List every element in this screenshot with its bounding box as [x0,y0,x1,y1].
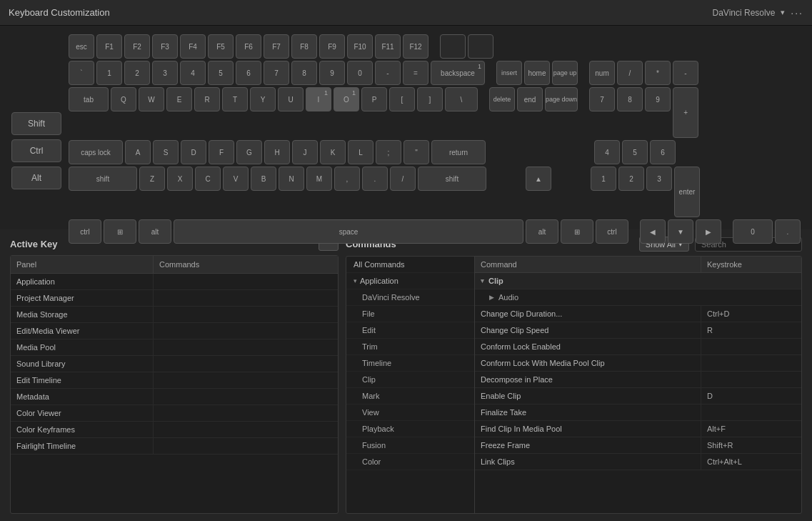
key-f6[interactable]: F6 [236,34,261,59]
key-comma[interactable]: , [334,167,360,191]
key-h[interactable]: H [264,140,290,164]
key-num5[interactable]: 5 [622,140,648,164]
key-arrow-up[interactable]: ▲ [526,167,551,191]
cmd-row-enable-clip[interactable]: Enable Clip D [475,388,801,405]
tree-item-all-commands[interactable]: All Commands [346,257,474,273]
key-arrow-right[interactable]: ▶ [696,219,721,244]
key-semicolon[interactable]: ; [376,140,401,164]
cmd-row-conform-lock-with-media-pool[interactable]: Conform Lock With Media Pool Clip [475,355,801,372]
ak-row-color-viewer[interactable]: Color Viewer [11,405,338,422]
key-f3[interactable]: F3 [152,34,178,59]
key-end[interactable]: end [517,87,543,111]
cmd-row-change-clip-speed[interactable]: Change Clip Speed R [475,322,801,339]
ak-row-fairlight-timeline[interactable]: Fairlight Timeline [11,438,338,455]
key-p[interactable]: P [361,87,387,111]
key-num-star[interactable]: * [645,61,671,85]
key-f10[interactable]: F10 [347,34,373,59]
key-f2[interactable]: F2 [124,34,150,59]
key-slash[interactable]: / [390,167,416,191]
key-y[interactable]: Y [250,87,276,111]
key-f7[interactable]: F7 [264,34,289,59]
key-quote[interactable]: " [404,140,429,164]
key-f1[interactable]: F1 [96,34,122,59]
key-rbracket[interactable]: ] [417,87,443,111]
key-num-enter[interactable]: enter [674,167,700,217]
key-e[interactable]: E [166,87,192,111]
key-v[interactable]: V [223,167,249,191]
ak-row-color-keyframes[interactable]: Color Keyframes [11,422,338,438]
key-8[interactable]: 8 [291,61,317,85]
key-l[interactable]: L [348,140,374,164]
key-capslock[interactable]: caps lock [69,140,123,164]
key-0[interactable]: 0 [347,61,373,85]
key-minus[interactable]: - [375,61,401,85]
key-arrow-left[interactable]: ◀ [640,219,666,244]
key-g[interactable]: G [236,140,262,164]
key-alt-right[interactable]: alt [526,219,558,244]
key-c[interactable]: C [195,167,221,191]
key-num-plus[interactable]: + [673,87,698,138]
key-q[interactable]: Q [111,87,136,111]
key-w[interactable]: W [139,87,164,111]
key-lbracket[interactable]: [ [389,87,415,111]
key-home[interactable]: home [524,61,550,85]
key-backspace[interactable]: backspace 1 [431,61,485,85]
key-7[interactable]: 7 [264,61,289,85]
tree-item-mark[interactable]: Mark [346,388,474,405]
ak-row-application[interactable]: Application [11,274,338,290]
key-alt-left[interactable]: alt [139,219,171,244]
key-num[interactable]: num [589,61,615,85]
tree-item-application[interactable]: ▾ Application [346,273,474,289]
key-pagedown[interactable]: page down [545,87,578,111]
key-f5[interactable]: F5 [208,34,234,59]
ak-row-media-storage[interactable]: Media Storage [11,307,338,323]
key-insert[interactable]: insert [496,61,522,85]
more-options-icon[interactable]: ··· [791,7,803,19]
ak-row-metadata[interactable]: Metadata [11,389,338,405]
key-num0[interactable]: 0 [733,219,773,244]
key-j[interactable]: J [292,140,318,164]
key-f8[interactable]: F8 [291,34,317,59]
key-num7[interactable]: 7 [589,87,615,111]
app-chevron-icon[interactable]: ▾ [781,8,785,17]
key-f12[interactable]: F12 [403,34,428,59]
ak-row-project-manager[interactable]: Project Manager [11,290,338,307]
shift-modifier-key[interactable]: Shift [11,112,61,135]
ctrl-modifier-key[interactable]: Ctrl [11,139,61,162]
tree-item-view[interactable]: View [346,405,474,421]
cmd-row-freeze-frame[interactable]: Freeze Frame Shift+R [475,437,801,454]
cmd-row-find-clip-in-media-pool[interactable]: Find Clip In Media Pool Alt+F [475,421,801,437]
key-f9[interactable]: F9 [319,34,345,59]
key-tab[interactable]: tab [69,87,109,111]
cmd-row-change-clip-duration[interactable]: Change Clip Duration... Ctrl+D [475,306,801,322]
key-num4[interactable]: 4 [594,140,620,164]
key-f4[interactable]: F4 [180,34,206,59]
ak-row-edit-timeline[interactable]: Edit Timeline [11,372,338,389]
tree-item-color[interactable]: Color [346,454,474,470]
tree-item-playback[interactable]: Playback [346,421,474,437]
key-shift-right[interactable]: shift [418,167,486,191]
key-num-slash[interactable]: / [617,61,643,85]
key-win-left[interactable]: ⊞ [104,219,136,244]
tree-item-davinci-resolve[interactable]: DaVinci Resolve [346,289,474,306]
key-5[interactable]: 5 [208,61,234,85]
key-space[interactable]: space [174,219,523,244]
key-num6[interactable]: 6 [650,140,676,164]
key-i[interactable]: I 1 [306,87,331,111]
key-f[interactable]: F [209,140,234,164]
key-backtick[interactable]: ` [69,61,94,85]
key-num-minus[interactable]: - [673,61,698,85]
key-backslash[interactable]: \ [445,87,478,111]
key-2[interactable]: 2 [124,61,150,85]
key-esc[interactable]: esc [69,34,94,59]
cmd-group-clip[interactable]: ▾ Clip [475,273,801,289]
key-4[interactable]: 4 [180,61,206,85]
key-z[interactable]: Z [139,167,165,191]
key-t[interactable]: T [222,87,248,111]
key-arrow-down[interactable]: ▼ [668,219,693,244]
key-num1[interactable]: 1 [591,167,616,191]
key-num-dot[interactable]: . [775,219,801,244]
key-k[interactable]: K [320,140,346,164]
tree-item-file[interactable]: File [346,306,474,322]
cmd-row-link-clips[interactable]: Link Clips Ctrl+Alt+L [475,454,801,470]
